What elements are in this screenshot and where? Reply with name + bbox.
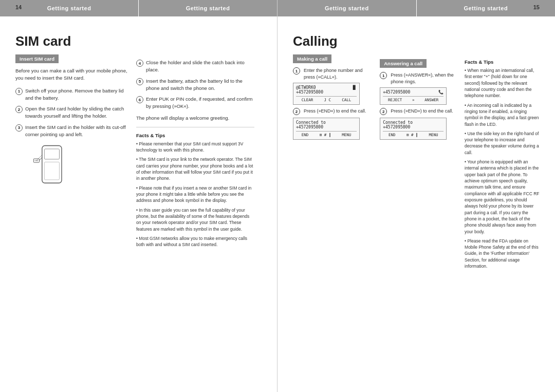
answering-call-label: Answering a call <box>380 59 427 68</box>
left-header-title-left: Getting started <box>47 5 91 11</box>
ans-screen-row1: +4572095800 📞 <box>383 90 443 95</box>
divider <box>136 127 254 127</box>
calling-title: Calling <box>293 33 375 49</box>
right-tip-4: Your phone is equipped with an internal … <box>465 159 540 235</box>
right-content: Calling Making a call 1 Enter the phone … <box>293 33 540 272</box>
making-step-text-2: Press (»END«) to end the call. <box>304 108 366 115</box>
facts-tips-text-right: When making an international call, first… <box>465 67 540 269</box>
ans2-connected: Connected to <box>383 120 413 125</box>
step-num-4: 4 <box>136 60 143 67</box>
making-step-num-1: 1 <box>293 67 300 74</box>
btn-end: END <box>302 133 309 137</box>
btn-reject: REJECT <box>388 98 402 102</box>
answering-step-num-2: 2 <box>380 108 387 115</box>
right-page: Getting started Getting started 15 Calli… <box>278 0 555 392</box>
making-step-1: 1 Enter the phone number and press (»CAL… <box>293 67 375 80</box>
svg-text:SIM: SIM <box>34 160 38 162</box>
screen-signal: ▐▌ <box>351 85 357 90</box>
step-text-6: Enter PUK or PIN code, if requested, and… <box>146 96 254 110</box>
intro-text: Before you can make a call with your mob… <box>15 67 128 82</box>
screen-connected: Connected to <box>296 120 326 125</box>
making-call-label: Making a call <box>293 54 331 63</box>
screen-row-2: +4572095800 <box>296 90 357 95</box>
screen-number: +4572095800 <box>296 90 323 95</box>
header-right-section: Getting started <box>139 0 277 16</box>
ans2-buttons: END ⊞ # ∥ MENU <box>383 131 443 137</box>
step-num-3: 3 <box>15 124 23 132</box>
svg-rect-0 <box>42 146 62 183</box>
btn-arrow: » <box>412 98 415 102</box>
step-text-4: Close the holder and slide the catch bac… <box>146 59 254 74</box>
tip-5: Most GSM networks allow you to make emer… <box>136 235 254 248</box>
ans2-screen-row1: Connected to <box>383 120 443 125</box>
ans2-number: +4572095800 <box>383 125 410 129</box>
ans2-btn-hash: ⊞ # ∥ <box>406 133 418 137</box>
screen-row-conn: Connected to <box>296 120 357 125</box>
step-text-5: Insert the battery, attach the battery l… <box>146 78 254 92</box>
answering-step-2: 2 Press (»END«) to end the call. <box>380 108 459 115</box>
left-header-title-right: Getting started <box>186 5 230 11</box>
step-num-1: 1 <box>15 88 23 95</box>
phone-svg: SIM <box>31 143 72 195</box>
left-header-bar: Getting started Getting started <box>0 0 277 16</box>
making-screen-2: Connected to +4572095800 END ⊞ # ∥ MENU <box>293 118 360 140</box>
making-step-num-2: 2 <box>293 108 300 115</box>
btn-clear: CLEAR <box>302 98 313 102</box>
welcome-text: The phone will display a welcome greetin… <box>136 115 254 122</box>
step-num-6: 6 <box>136 96 143 103</box>
left-content: SIM card Insert SIM card Before you can … <box>15 33 262 251</box>
step-2: 2 Open the SIM card holder by sliding th… <box>15 105 128 120</box>
right-header-left-section: Getting started <box>278 0 416 16</box>
left-col2: 4 Close the holder and slide the catch b… <box>136 33 254 251</box>
screen-row-num2: +4572095800 <box>296 125 357 129</box>
ans-number: +4572095800 <box>383 90 410 95</box>
making-step-2: 2 Press (»END«) to end the call. <box>293 108 375 115</box>
insert-sim-label: Insert SIM card <box>15 54 59 63</box>
btn-hash: ⊞ # ∥ <box>320 133 331 137</box>
step-text-3: Insert the SIM card in the holder with i… <box>25 124 128 139</box>
answering-screen-1: +4572095800 📞 REJECT » ANSWER <box>380 87 447 105</box>
answering-step-text-1: Press (»ANSWER«), when the phone rings. <box>391 72 459 85</box>
step-3: 3 Insert the SIM card in the holder with… <box>15 124 128 139</box>
step-1: 1 Switch off your phone. Remove the batt… <box>15 87 128 102</box>
facts-tips-title-right: Facts & Tips <box>465 59 540 65</box>
tip-1: Please remember that your SIM card must … <box>136 141 254 154</box>
svg-rect-1 <box>44 149 59 159</box>
step-text-1: Switch off your phone. Remove the batter… <box>25 87 128 102</box>
answering-step-text-2: Press (»END«) to end the call. <box>391 108 453 115</box>
screen-buttons-2: END ⊞ # ∥ MENU <box>296 131 357 137</box>
tip-4: In this user guide you can see the full … <box>136 207 254 232</box>
page-number-right: 15 <box>533 4 540 10</box>
tip-3: Please note that if you insert a new or … <box>136 185 254 204</box>
ans2-screen-row2: +4572095800 <box>383 125 443 129</box>
step-num-5: 5 <box>136 78 143 85</box>
step-6: 6 Enter PUK or PIN code, if requested, a… <box>136 96 254 110</box>
step-num-2: 2 <box>15 106 23 113</box>
right-col3-tips: Facts & Tips When making an internationa… <box>465 33 540 272</box>
right-col1-making: Calling Making a call 1 Enter the phone … <box>293 33 375 272</box>
screen-network: @ETWORK0 <box>296 85 316 90</box>
ans2-btn-end: END <box>388 133 396 137</box>
steps-col1: 1 Switch off your phone. Remove the batt… <box>15 87 128 139</box>
sim-card-title: SIM card <box>15 33 128 49</box>
right-header-title-left: Getting started <box>325 5 369 11</box>
left-page: Getting started Getting started 14 SIM c… <box>0 0 278 392</box>
making-step-text-1: Enter the phone number and press (»CALL«… <box>304 67 375 80</box>
btn-answer: ANSWER <box>424 98 438 102</box>
right-tip-5: Please read the FDA update on Mobile Pho… <box>465 238 540 270</box>
steps-col2: 4 Close the holder and slide the catch b… <box>136 59 254 110</box>
right-header-title-right: Getting started <box>464 5 508 11</box>
answering-step-1: 1 Press (»ANSWER«), when the phone rings… <box>380 72 459 85</box>
tip-2: The SIM card is your link to the network… <box>136 156 254 181</box>
right-tip-3: Use the side key on the right-hand of yo… <box>465 130 540 156</box>
right-header-bar: Getting started Getting started <box>278 0 555 16</box>
btn-jc: J C <box>324 98 331 102</box>
answering-step-num-1: 1 <box>380 72 387 79</box>
facts-tips-title-left: Facts & Tips <box>136 133 254 138</box>
screen-row-1: @ETWORK0 ▐▌ <box>296 85 357 90</box>
right-tip-2: An incoming call is indicated by a ringi… <box>465 102 540 127</box>
btn-menu: MENU <box>342 133 351 137</box>
making-screen-1: @ETWORK0 ▐▌ +4572095800 CLEAR J C CALL <box>293 83 360 105</box>
step-5: 5 Insert the battery, attach the battery… <box>136 78 254 92</box>
right-col2-answering: Answering a call 1 Press (»ANSWER«), whe… <box>380 33 459 272</box>
